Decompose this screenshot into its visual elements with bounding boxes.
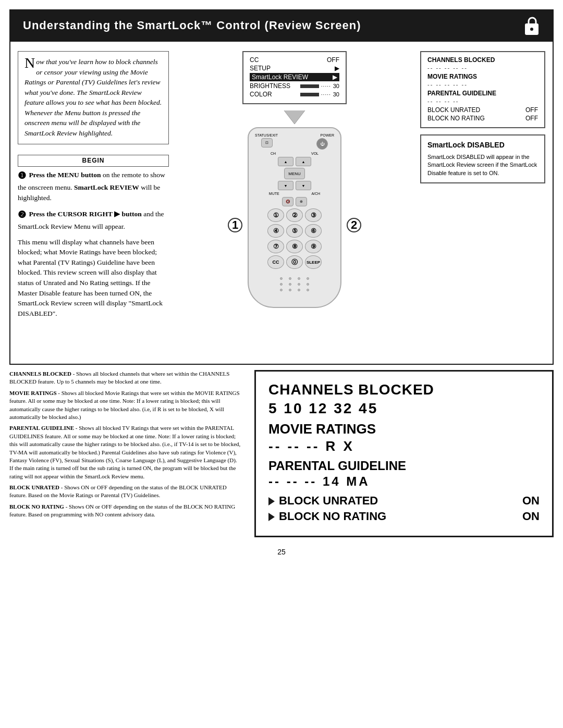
- remote-body: STATUS/EXIT POWER ⊡ ⏻ CH VOL ▲ ▲: [248, 127, 341, 308]
- rb-block-no-rating-label: BLOCK NO RATING: [279, 510, 522, 523]
- cc-button[interactable]: CC: [267, 255, 284, 269]
- body-text: This menu will display what channels hav…: [18, 237, 169, 319]
- mute-ach-row: ▼ ▼: [253, 181, 336, 190]
- lock-icon: [523, 16, 540, 35]
- tv-menu-color-bar: ····· 30: [300, 91, 339, 97]
- ch-up-button[interactable]: ▲: [278, 157, 293, 166]
- num-9-button[interactable]: ⑨: [305, 240, 322, 253]
- desc-channels-blocked: CHANNELS BLOCKED - Shows all blocked cha…: [9, 370, 242, 386]
- rb-channels-label: CHANNELS BLOCKED: [268, 382, 540, 398]
- sleep-button[interactable]: SLEEP: [305, 255, 322, 269]
- tv-menu-setup-label: SETUP: [250, 65, 271, 72]
- vol-up-button[interactable]: ▲: [296, 157, 311, 166]
- center-area: CC OFF SETUP ▶ SmartLock REVIEW ▶ BRIGHT…: [174, 51, 415, 354]
- descriptions-section: CHANNELS BLOCKED - Shows all blocked cha…: [9, 365, 554, 542]
- step-label-1: 1: [228, 218, 242, 232]
- tv-menu-smartlock-row: SmartLock REVIEW ▶: [250, 73, 339, 81]
- block-unrated-arrow-icon: [268, 495, 275, 507]
- power-label: POWER: [321, 133, 334, 137]
- color-bar-fill: [300, 93, 319, 96]
- begin-label: BEGIN: [18, 155, 169, 167]
- descriptions-left: CHANNELS BLOCKED - Shows all blocked cha…: [9, 365, 249, 542]
- ach-button[interactable]: ⊕: [296, 197, 307, 206]
- block-no-rating-val: OFF: [525, 115, 538, 122]
- block-no-rating-label: BLOCK NO RATING: [427, 115, 485, 122]
- menu-button[interactable]: MENU: [284, 168, 305, 179]
- rb-block-no-rating-val: ON: [522, 510, 540, 523]
- status-exit-button[interactable]: ⊡: [261, 138, 273, 147]
- desc-parental-guideline: PARENTAL GUIDELINE - Shows all blocked T…: [9, 424, 242, 480]
- vol-ch-buttons: ▲ ▲: [253, 157, 336, 166]
- block-unrated-row: BLOCK UNRATED OFF: [427, 106, 538, 114]
- num-5-button[interactable]: ⑤: [286, 224, 303, 238]
- tv-menu-smartlock-label: SmartLock REVIEW: [252, 73, 308, 81]
- parental-dashes: -- -- -- --: [427, 98, 538, 104]
- ch-down-button[interactable]: ▼: [278, 181, 293, 190]
- num-3-button[interactable]: ③: [305, 208, 322, 222]
- numpad: ① ② ③ ④ ⑤ ⑥ ⑦ ⑧ ⑨ CC ⓪ SLEEP: [253, 208, 336, 269]
- smartlock-disabled-desc: SmartLock DISABLED will appear in the Sm…: [427, 153, 538, 177]
- rb-block-unrated-label: BLOCK UNRATED: [279, 494, 522, 508]
- drop-cap-N: N: [25, 56, 35, 70]
- parental-guideline-label: PARENTAL GUIDELINE: [427, 90, 538, 97]
- block-unrated-val: OFF: [525, 106, 538, 114]
- tv-menu-cc-label: CC: [250, 56, 259, 64]
- page-header: Understanding the SmartLock™ Control (Re…: [9, 9, 554, 42]
- power-button[interactable]: ⏻: [316, 138, 328, 150]
- right-info-column: CHANNELS BLOCKED -- -- -- -- -- MOVIE RA…: [420, 51, 545, 354]
- step-2-num: ❷: [18, 209, 26, 220]
- vol-down-button[interactable]: ▼: [296, 181, 311, 190]
- tv-menu-setup-arrow: ▶: [335, 65, 339, 72]
- block-no-rating-row: BLOCK NO RATING OFF: [427, 115, 538, 122]
- status-exit-label: STATUS/EXIT: [255, 133, 278, 137]
- brightness-bar-fill: [300, 84, 319, 88]
- movie-dashes: -- -- -- -- --: [427, 81, 538, 88]
- spacer: [289, 138, 300, 150]
- num-0-button[interactable]: ⓪: [286, 255, 303, 269]
- tv-menu: CC OFF SETUP ▶ SmartLock REVIEW ▶ BRIGHT…: [242, 51, 347, 104]
- num-1-button[interactable]: ①: [267, 208, 284, 222]
- tv-menu-color-label: COLOR: [250, 91, 272, 98]
- tv-menu-brightness-bar: ····· 30: [300, 83, 339, 89]
- tv-menu-setup-row: SETUP ▶: [250, 65, 339, 72]
- smartlock-disabled-label: SmartLock DISABLED: [427, 141, 538, 149]
- rb-block-unrated-val: ON: [522, 494, 540, 508]
- num-2-button[interactable]: ②: [286, 208, 303, 222]
- tv-menu-brightness-label: BRIGHTNESS: [250, 82, 290, 90]
- large-review-box: CHANNELS BLOCKED 5 10 12 32 45 MOVIE RAT…: [254, 370, 554, 537]
- desc-block-no-rating: BLOCK NO RATING - Shows ON or OFF depend…: [9, 503, 242, 519]
- num-6-button[interactable]: ⑥: [305, 224, 322, 238]
- rb-block-unrated-row: BLOCK UNRATED ON: [268, 494, 540, 508]
- tv-menu-cc-row: CC OFF: [250, 56, 339, 64]
- mute-button[interactable]: 🔇: [282, 197, 293, 206]
- remote-top-labels: STATUS/EXIT POWER: [253, 133, 336, 137]
- tv-menu-cc-val: OFF: [327, 56, 339, 64]
- block-no-rating-arrow-icon: [268, 510, 275, 522]
- intro-text: ow that you've learn how to block channe…: [25, 58, 162, 137]
- rb-parental-label: PARENTAL GUIDELINE: [268, 459, 540, 473]
- page-number: 25: [0, 542, 563, 564]
- mute-ach-buttons: 🔇 ⊕: [253, 197, 336, 206]
- ach-label: A/CH: [311, 192, 320, 195]
- tv-menu-brightness-row: BRIGHTNESS ····· 30: [250, 82, 339, 90]
- step-1-num: ❶: [18, 170, 26, 181]
- rb-movie-label: MOVIE RATINGS: [268, 421, 540, 437]
- num-7-button[interactable]: ⑦: [267, 240, 284, 253]
- channels-dashes: -- -- -- -- --: [427, 65, 538, 71]
- smartlock-disabled-box: SmartLock DISABLED SmartLock DISABLED wi…: [420, 134, 545, 183]
- rb-block-no-rating-row: BLOCK NO RATING ON: [268, 510, 540, 523]
- color-val: 30: [333, 91, 339, 97]
- channels-blocked-label: CHANNELS BLOCKED: [427, 56, 538, 64]
- intro-box: N ow that you've learn how to block chan…: [18, 51, 169, 144]
- step-2: ❷ Press the CURSOR RIGHT ▶ button and th…: [18, 208, 169, 232]
- step-label-2: 2: [347, 218, 361, 232]
- num-4-button[interactable]: ④: [267, 224, 284, 238]
- color-dots: ·····: [321, 92, 331, 97]
- step-1-text: Press the MENU button: [29, 171, 101, 179]
- remote-dots: [253, 277, 336, 291]
- svg-point-2: [530, 28, 533, 31]
- num-8-button[interactable]: ⑧: [286, 240, 303, 253]
- remote-top-buttons: ⊡ ⏻: [253, 138, 336, 150]
- tv-menu-smartlock-arrow: ▶: [333, 73, 337, 81]
- brightness-dots: ·····: [321, 83, 331, 89]
